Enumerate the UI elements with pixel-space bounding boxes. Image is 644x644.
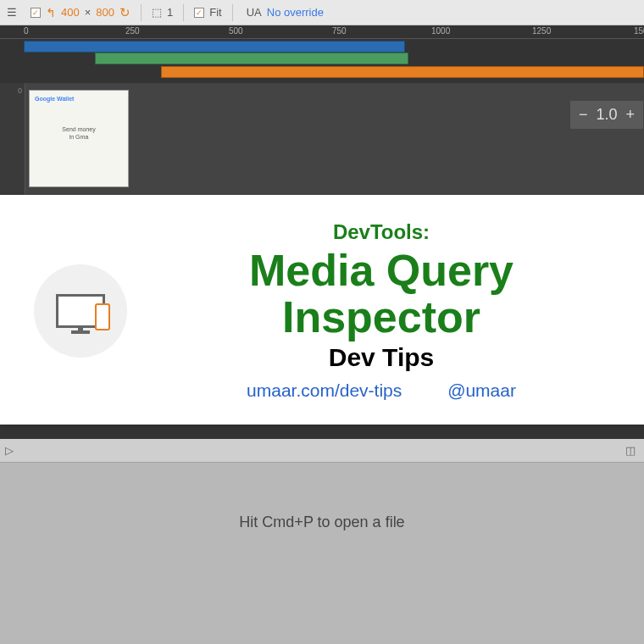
dpr-icon: ⬚ xyxy=(152,6,162,19)
menu-icon[interactable]: ☰ xyxy=(7,6,17,19)
tick: 250 xyxy=(125,26,140,36)
play-icon[interactable]: ▷ xyxy=(5,444,19,458)
preview-body: Send money in Gma xyxy=(35,125,123,141)
preview-line: Send money xyxy=(35,125,123,133)
zoom-out-button[interactable]: − xyxy=(579,106,588,124)
tick: 500 xyxy=(229,26,243,36)
card-text: DevTools: Media Query Inspector Dev Tips… xyxy=(153,220,610,401)
height-input[interactable]: 800 xyxy=(96,6,114,19)
zoom-value: 1.0 xyxy=(596,106,617,124)
mq-range-bar[interactable] xyxy=(95,53,408,64)
media-query-ruler: 0 250 500 750 1000 1250 1500 xyxy=(0,25,644,83)
mq-max-width-bar[interactable] xyxy=(24,41,405,53)
zoom-controls: − 1.0 + xyxy=(569,100,644,130)
card-links: umaar.com/dev-tips @umaar xyxy=(153,380,610,401)
preview-viewport: 0 Google Wallet Send money in Gma − 1.0 … xyxy=(0,83,644,195)
split-icon[interactable]: ◫ xyxy=(625,444,639,458)
fit-checkbox[interactable]: ✓ xyxy=(194,8,204,18)
dpr-value[interactable]: 1 xyxy=(167,6,173,19)
tick: 0 xyxy=(24,26,29,36)
ua-section: UA No override xyxy=(243,6,324,19)
emulate-checkbox[interactable]: ✓ xyxy=(31,8,41,18)
ruler-ticks: 0 250 500 750 1000 1250 1500 xyxy=(0,25,644,39)
vtick: 0 xyxy=(18,86,22,95)
reload-icon[interactable]: ↻ xyxy=(119,5,130,20)
dimensions-section: ✓ ↰ 400 × 800 ↻ xyxy=(31,5,130,20)
title-line: Inspector xyxy=(153,294,610,341)
handle-link[interactable]: @umaar xyxy=(447,380,516,400)
device-toolbar: ☰ ✓ ↰ 400 × 800 ↻ ⬚ 1 ✓ Fit UA No overri… xyxy=(0,0,644,25)
zoom-in-button[interactable]: + xyxy=(625,106,635,124)
site-link[interactable]: umaar.com/dev-tips xyxy=(247,380,402,400)
card-subtitle: Dev Tips xyxy=(153,343,610,372)
divider xyxy=(183,4,184,21)
sources-hint: Hit Cmd+P to open a file xyxy=(0,514,644,531)
phone-icon xyxy=(95,303,110,330)
divider xyxy=(232,4,233,21)
preview-page[interactable]: Google Wallet Send money in Gma xyxy=(29,90,129,187)
ua-label: UA xyxy=(247,6,262,19)
tick: 1500 xyxy=(634,26,644,36)
sources-tabbar: ▷ ◫ xyxy=(0,439,644,463)
title-line: Media Query xyxy=(153,247,610,294)
sources-panel: ▷ ◫ Hit Cmd+P to open a file xyxy=(0,439,644,644)
divider xyxy=(141,4,142,21)
preview-logo: Google Wallet xyxy=(35,96,123,102)
fit-section: ✓ Fit xyxy=(194,6,221,19)
preview-line: in Gma xyxy=(35,133,123,141)
tick: 750 xyxy=(332,26,347,36)
vertical-ruler: 0 xyxy=(0,83,25,195)
mq-min-width-bar[interactable] xyxy=(161,66,644,78)
devices-icon xyxy=(34,264,127,358)
dpr-section: ⬚ 1 xyxy=(152,6,173,19)
width-input[interactable]: 400 xyxy=(61,6,80,19)
swap-icon[interactable]: ↰ xyxy=(46,6,56,19)
ua-value[interactable]: No override xyxy=(267,6,324,19)
title-card: DevTools: Media Query Inspector Dev Tips… xyxy=(0,195,644,425)
times-label: × xyxy=(85,6,92,19)
card-title: Media Query Inspector xyxy=(153,247,610,340)
tick: 1250 xyxy=(532,26,551,36)
card-pretitle: DevTools: xyxy=(153,220,610,244)
fit-label: Fit xyxy=(209,6,221,19)
tick: 1000 xyxy=(431,26,450,36)
media-query-bars xyxy=(0,39,644,80)
